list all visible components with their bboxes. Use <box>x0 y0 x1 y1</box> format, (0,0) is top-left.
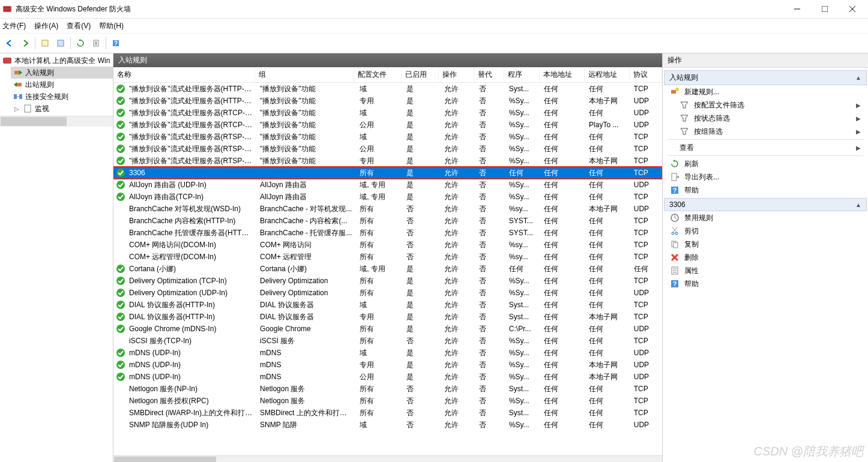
col-protocol[interactable]: 协议 <box>630 67 662 82</box>
table-row[interactable]: BranchCache 托管缓存服务器(HTTP-In)BranchCache … <box>113 227 662 239</box>
action-help[interactable]: ? 帮助 <box>664 184 867 197</box>
expand-icon[interactable]: ▷ <box>13 106 20 112</box>
cell-override: 否 <box>475 168 505 178</box>
table-row[interactable]: Delivery Optimization (TCP-In)Delivery O… <box>113 275 662 287</box>
forward-button[interactable] <box>18 36 32 50</box>
menu-action[interactable]: 操作(A) <box>34 21 58 31</box>
action-filter-state[interactable]: 按状态筛选 ▶ <box>664 112 867 125</box>
action-filter-profile[interactable]: 按配置文件筛选 ▶ <box>664 98 867 112</box>
action-refresh[interactable]: 刷新 <box>664 157 867 170</box>
tree-monitor[interactable]: ▷ 监视 <box>11 103 113 115</box>
left-hscroll[interactable] <box>0 116 113 127</box>
table-row[interactable]: "播放到设备"流式处理服务器(RTSP-Stre..."播放到设备"功能专用是允… <box>113 155 662 167</box>
table-row[interactable]: BranchCache 对等机发现(WSD-In)BranchCache - 对… <box>113 203 662 215</box>
action-cut[interactable]: 剪切 <box>664 224 867 238</box>
action-new-rule[interactable]: 新建规则... <box>664 85 867 98</box>
view-button[interactable] <box>53 36 68 50</box>
tree-root[interactable]: 本地计算机 上的高级安全 Win <box>0 55 113 67</box>
table-row[interactable]: Cortana (小娜)Cortana (小娜)域, 专用是允许否任何任何任何任… <box>113 263 662 275</box>
home-button[interactable] <box>38 36 52 50</box>
cell-name: COM+ 网络访问(DCOM-In) <box>125 240 256 250</box>
cell-profile: 所有 <box>356 168 403 178</box>
table-row[interactable]: DIAL 协议服务器(HTTP-In)DIAL 协议服务器域是允许否Syst..… <box>113 299 662 311</box>
table-row[interactable]: SMBDirect (iWARP-In)上的文件和打印...SMBDirect … <box>113 407 662 419</box>
tree-outbound-rules[interactable]: 出站规则 <box>11 79 113 91</box>
table-row[interactable]: mDNS (UDP-In)mDNS专用是允许否%Sy...任何本地子网UDP <box>113 359 662 371</box>
table-row[interactable]: "播放到设备"流式处理服务器(HTTP-Stre..."播放到设备"功能域是允许… <box>113 83 662 95</box>
close-button[interactable] <box>839 1 866 17</box>
table-row[interactable]: "播放到设备"流式处理服务器(RTCP-Stre..."播放到设备"功能公用是允… <box>113 119 662 131</box>
cell-profile: 域 <box>356 132 403 142</box>
table-row[interactable]: COM+ 远程管理(DCOM-In)COM+ 远程管理所有否允许否%sy...任… <box>113 251 662 263</box>
table-row[interactable]: mDNS (UDP-In)mDNS域是允许否%Sy...任何任何UDP <box>113 347 662 359</box>
cell-name: "播放到设备"流式处理服务器(RTSP-Stre... <box>125 144 256 154</box>
rules-list[interactable]: "播放到设备"流式处理服务器(HTTP-Stre..."播放到设备"功能域是允许… <box>113 83 662 455</box>
table-row[interactable]: Google Chrome (mDNS-In)Google Chrome所有是允… <box>113 323 662 335</box>
table-row[interactable]: SNMP 陷阱服务(UDP In)SNMP 陷阱域否允许否%Sy...任何任何U… <box>113 419 662 431</box>
table-row[interactable]: Netlogon 服务授权(RPC)Netlogon 服务所有否允许否%Sy..… <box>113 395 662 407</box>
back-button[interactable] <box>2 36 17 50</box>
col-program[interactable]: 程序 <box>504 67 540 82</box>
tree-connection-security[interactable]: 连接安全规则 <box>11 91 113 103</box>
svg-rect-40 <box>672 173 677 181</box>
cell-protocol: TCP <box>630 277 662 285</box>
action-properties[interactable]: 属性 <box>664 264 867 277</box>
svg-point-23 <box>116 133 125 141</box>
table-row[interactable]: AllJoyn 路由器 (UDP-In)AllJoyn 路由器域, 专用是允许否… <box>113 179 662 191</box>
table-row[interactable]: Netlogon 服务(NP-In)Netlogon 服务所有否允许否Syst.… <box>113 383 662 395</box>
enabled-icon <box>116 168 125 178</box>
table-row[interactable]: DIAL 协议服务器(HTTP-In)DIAL 协议服务器专用是允许否Syst.… <box>113 311 662 323</box>
actions-panel: 操作 入站规则▲ 新建规则... 按配置文件筛选 ▶ 按状态筛选 ▶ 按组筛选 … <box>663 53 868 462</box>
table-row[interactable]: "播放到设备"流式处理服务器(RTCP-Stre..."播放到设备"功能域是允许… <box>113 107 662 119</box>
menu-view[interactable]: 查看(V) <box>67 21 91 31</box>
cell-protocol: TCP <box>630 253 662 261</box>
cell-enabled: 是 <box>403 120 440 130</box>
cell-protocol: TCP <box>630 193 662 201</box>
cell-profile: 所有 <box>356 384 403 394</box>
table-row[interactable]: AllJoyn 路由器(TCP-In)AllJoyn 路由器域, 专用是允许否%… <box>113 191 662 203</box>
cell-protocol: UDP <box>630 325 662 333</box>
table-row[interactable]: 3306所有是允许否任何任何任何TCP <box>113 167 662 179</box>
action-filter-group[interactable]: 按组筛选 ▶ <box>664 125 867 138</box>
menu-file[interactable]: 文件(F) <box>2 21 26 31</box>
action-help2[interactable]: ? 帮助 <box>664 277 867 290</box>
action-copy[interactable]: 复制 <box>664 238 867 251</box>
action-view[interactable]: 查看 ▶ <box>664 141 867 154</box>
tree-inbound-rules[interactable]: 入站规则 <box>11 67 113 79</box>
col-action[interactable]: 操作 <box>439 67 474 82</box>
col-enabled[interactable]: 已启用 <box>402 67 439 82</box>
cell-group: mDNS <box>256 373 356 381</box>
cell-program: Syst... <box>505 313 541 321</box>
col-remoteaddr[interactable]: 远程地址 <box>585 67 630 82</box>
cell-override: 否 <box>475 276 505 286</box>
cell-program: %sy... <box>505 205 541 213</box>
menu-help[interactable]: 帮助(H) <box>99 21 124 31</box>
cell-program: %Sy... <box>505 133 541 141</box>
maximize-button[interactable] <box>811 1 838 17</box>
table-row[interactable]: COM+ 网络访问(DCOM-In)COM+ 网络访问所有否允许否%sy...任… <box>113 239 662 251</box>
minimize-button[interactable] <box>783 1 810 17</box>
table-row[interactable]: mDNS (UDP-In)mDNS公用是允许否%Sy...任何本地子网UDP <box>113 371 662 383</box>
action-disable[interactable]: 禁用规则 <box>664 211 867 224</box>
table-row[interactable]: "播放到设备"流式处理服务器(HTTP-Stre..."播放到设备"功能专用是允… <box>113 95 662 107</box>
action-export[interactable]: 导出列表... <box>664 170 867 184</box>
table-row[interactable]: iSCSI 服务(TCP-In)iSCSI 服务所有否允许否%Sy...任何任何… <box>113 335 662 347</box>
cell-program: %Sy... <box>505 121 541 129</box>
refresh-button[interactable] <box>73 36 88 50</box>
table-row[interactable]: "播放到设备"流式处理服务器(RTSP-Stre..."播放到设备"功能域是允许… <box>113 131 662 143</box>
actions-group-inbound[interactable]: 入站规则▲ <box>664 70 867 85</box>
table-row[interactable]: BranchCache 内容检索(HTTP-In)BranchCache - 内… <box>113 215 662 227</box>
table-row[interactable]: Delivery Optimization (UDP-In)Delivery O… <box>113 287 662 299</box>
actions-group-selected[interactable]: 3306▲ <box>664 198 867 211</box>
help-button[interactable]: ? <box>109 36 123 50</box>
action-delete[interactable]: 删除 <box>664 251 867 264</box>
export-button[interactable] <box>89 36 103 50</box>
table-row[interactable]: "播放到设备"流式处理服务器(RTSP-Stre..."播放到设备"功能公用是允… <box>113 143 662 155</box>
col-localaddr[interactable]: 本地地址 <box>540 67 585 82</box>
col-name[interactable]: 名称 <box>113 67 255 82</box>
col-profile[interactable]: 配置文件 <box>354 67 401 82</box>
rules-hscroll[interactable] <box>113 455 662 462</box>
col-group[interactable]: 组 <box>255 67 354 82</box>
col-override[interactable]: 替代 <box>474 67 504 82</box>
cell-remoteaddr: 本地子网 <box>585 96 630 106</box>
